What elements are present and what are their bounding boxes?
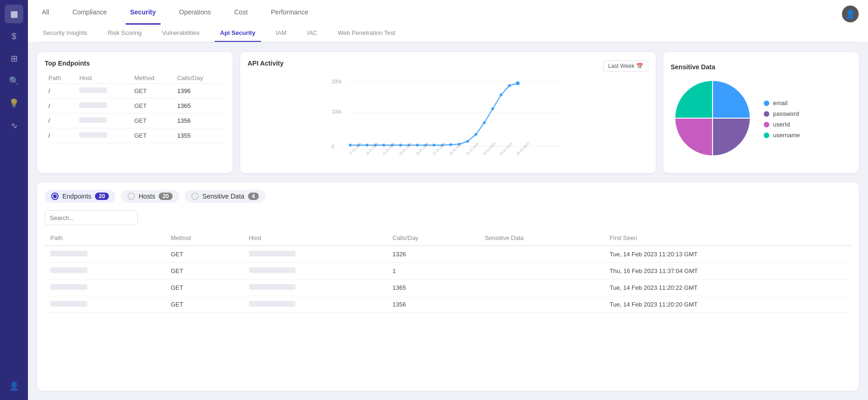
sensitive-cell <box>479 263 604 280</box>
svg-point-24 <box>500 93 503 96</box>
tab-performance[interactable]: Performance <box>266 0 313 25</box>
password-dot <box>764 111 769 117</box>
sensitive-data-card: Sensitive Data <box>663 52 859 173</box>
grid-icon[interactable]: ⊞ <box>5 49 23 68</box>
col-first-seen-header: First Seen <box>604 231 851 246</box>
svg-point-18 <box>450 143 452 146</box>
radio-sensitive-data[interactable]: Sensitive Data 4 <box>185 190 265 203</box>
tab-security-insights[interactable]: Security Insights <box>37 25 93 42</box>
radio-circle-endpoints <box>51 193 59 200</box>
radio-sensitive-count: 4 <box>248 193 259 200</box>
table-row: / GET 1355 <box>45 128 225 143</box>
email-dot <box>764 100 769 106</box>
svg-point-14 <box>416 144 419 147</box>
tab-all[interactable]: All <box>37 0 54 25</box>
calls-cell: 1356 <box>174 113 225 128</box>
calls-cell: 1396 <box>174 84 225 99</box>
bottom-section: Endpoints 20 Hosts 20 Sensitive Data 4 <box>37 182 859 391</box>
data-table: Path Method Host Calls/Day Sensitive Dat… <box>45 231 851 313</box>
svg-point-26 <box>516 81 520 85</box>
svg-point-22 <box>483 121 486 124</box>
tab-iam[interactable]: IAM <box>270 25 292 42</box>
tab-api-security[interactable]: Api Security <box>215 25 261 42</box>
svg-text:31.01.2023: 31.01.2023 <box>465 142 479 156</box>
dollar-icon[interactable]: $ <box>5 27 23 46</box>
table-row: GET 1 Thu, 16 Feb 2023 11:37:04 GMT <box>45 263 851 280</box>
first-seen-cell: Thu, 16 Feb 2023 11:37:04 GMT <box>604 263 851 280</box>
host-cell <box>75 128 130 143</box>
calls-cell: 1365 <box>174 99 225 113</box>
radio-endpoints-label: Endpoints <box>62 193 91 200</box>
tab-web-penetration-test[interactable]: Web Penetration Test <box>332 25 401 42</box>
method-cell: GET <box>165 296 243 313</box>
legend-email: email <box>764 100 800 107</box>
user-profile-icon[interactable]: 👤 <box>5 377 23 395</box>
path-cell <box>45 280 165 296</box>
table-row: GET 1356 Tue, 14 Feb 2023 11:20:20 GMT <box>45 296 851 313</box>
password-label: password <box>773 110 799 117</box>
path-cell <box>45 246 165 263</box>
table-row: / GET 1365 <box>45 99 225 113</box>
col-method: Method <box>130 73 173 84</box>
username-dot <box>764 133 769 138</box>
username-label: username <box>773 132 800 139</box>
top-endpoints-title: Top Endpoints <box>45 60 225 67</box>
legend-username: username <box>764 132 800 139</box>
legend-userid: userId <box>764 121 800 128</box>
search-icon[interactable]: 🔍 <box>5 72 23 90</box>
col-path: Path <box>45 73 75 84</box>
col-host: Host <box>75 73 130 84</box>
lightbulb-icon[interactable]: 💡 <box>5 94 23 113</box>
radio-endpoints-count: 20 <box>95 193 108 200</box>
last-week-label: Last Week <box>608 63 634 69</box>
host-cell <box>243 246 387 263</box>
svg-point-12 <box>399 144 402 147</box>
svg-text:02.02.2023: 02.02.2023 <box>482 142 496 156</box>
method-cell: GET <box>165 263 243 280</box>
svg-text:04.02.2023: 04.02.2023 <box>499 142 513 156</box>
radio-sensitive-label: Sensitive Data <box>202 193 244 200</box>
svg-point-21 <box>475 133 478 136</box>
pie-legend: email password userId <box>764 100 800 139</box>
radio-circle-sensitive <box>191 193 199 200</box>
svg-text:100k: 100k <box>332 109 343 114</box>
svg-point-23 <box>491 107 494 110</box>
calls-cell: 1356 <box>387 296 479 313</box>
sensitive-cell <box>479 246 604 263</box>
method-cell: GET <box>165 280 243 296</box>
method-cell: GET <box>165 246 243 263</box>
host-cell <box>243 296 387 313</box>
radio-hosts-count: 20 <box>159 193 172 200</box>
tab-compliance[interactable]: Compliance <box>68 0 112 25</box>
radio-hosts[interactable]: Hosts 20 <box>121 190 179 203</box>
search-input[interactable] <box>45 210 138 225</box>
avatar[interactable]: 👤 <box>842 6 859 22</box>
tab-risk-scoring[interactable]: Risk Scoring <box>102 25 147 42</box>
api-activity-title: API Activity <box>248 60 283 67</box>
last-week-button[interactable]: Last Week 📅 <box>603 60 648 72</box>
dashboard-icon[interactable]: ▦ <box>5 5 23 23</box>
chart-icon[interactable]: ∿ <box>5 116 23 135</box>
tab-vulnerabilities[interactable]: Vulnerabilities <box>156 25 205 42</box>
radio-inner-endpoints <box>53 194 57 198</box>
api-activity-card: API Activity Last Week 📅 200k 100k 0 <box>240 52 656 173</box>
radio-circle-hosts <box>128 193 135 200</box>
tab-cost[interactable]: Cost <box>229 0 252 25</box>
sensitive-cell <box>479 280 604 296</box>
endpoints-table: Path Host Method Calls/Day / GET 1396 <box>45 73 225 143</box>
path-cell: / <box>45 84 75 99</box>
col-calls-header: Calls/Day <box>387 231 479 246</box>
first-seen-cell: Tue, 14 Feb 2023 11:20:22 GMT <box>604 280 851 296</box>
calls-cell: 1355 <box>174 128 225 143</box>
host-cell <box>75 84 130 99</box>
tab-security[interactable]: Security <box>126 0 161 25</box>
userid-label: userId <box>773 121 790 128</box>
tab-operations[interactable]: Operations <box>175 0 215 25</box>
tab-iac[interactable]: IAC <box>302 25 323 42</box>
top-endpoints-card: Top Endpoints Path Host Method Calls/Day… <box>37 52 233 173</box>
first-seen-cell: Tue, 14 Feb 2023 11:20:13 GMT <box>604 246 851 263</box>
col-host-header: Host <box>243 231 387 246</box>
col-path-header: Path <box>45 231 165 246</box>
legend-password: password <box>764 110 800 117</box>
radio-endpoints[interactable]: Endpoints 20 <box>45 190 115 203</box>
